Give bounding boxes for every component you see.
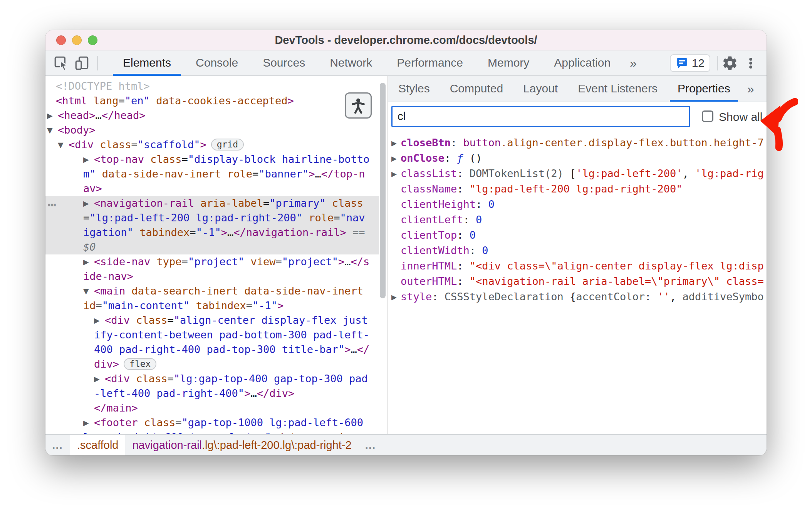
expand-arrow-icon[interactable]: ▶ bbox=[94, 313, 105, 328]
tab-computed[interactable]: Computed bbox=[440, 76, 513, 102]
token bbox=[130, 314, 136, 326]
settings-button[interactable] bbox=[721, 54, 739, 72]
tree-node[interactable]: ▼<div class="scaffold">grid bbox=[45, 137, 379, 152]
device-toolbar-button[interactable] bbox=[73, 54, 91, 72]
tree-node[interactable]: ▼<body> bbox=[45, 123, 379, 137]
breadcrumb-item-1[interactable]: navigation-rail.lg\:pad-left-200.lg\:pad… bbox=[125, 435, 358, 456]
token: clientWidth bbox=[401, 244, 470, 256]
tab-network[interactable]: Network bbox=[317, 50, 384, 76]
token: = bbox=[190, 226, 196, 238]
token: : bbox=[457, 275, 470, 287]
traffic-lights bbox=[56, 35, 97, 45]
property-row[interactable]: ▶onClose: ƒ () bbox=[388, 151, 767, 166]
tree-node[interactable]: ▶<head>…</head> bbox=[45, 108, 379, 123]
property-row[interactable]: clientWidth: 0 bbox=[388, 243, 767, 258]
minimize-window-button[interactable] bbox=[72, 35, 82, 45]
expand-arrow-icon[interactable]: ▶ bbox=[391, 289, 397, 305]
kebab-menu-icon bbox=[744, 56, 758, 70]
tree-node[interactable]: ▶<div class="lg:gap-top-400 gap-top-300 … bbox=[45, 371, 379, 401]
token bbox=[194, 197, 200, 209]
tab-sources[interactable]: Sources bbox=[250, 50, 317, 76]
token: "scaffold" bbox=[138, 139, 200, 151]
tab-layout[interactable]: Layout bbox=[513, 76, 568, 102]
breadcrumb-overflow-left[interactable]: … bbox=[45, 439, 70, 452]
customize-menu-button[interactable] bbox=[742, 54, 760, 72]
tree-node[interactable]: </main> bbox=[45, 401, 379, 415]
node-menu-ellipsis[interactable]: … bbox=[48, 194, 57, 209]
tab-memory[interactable]: Memory bbox=[475, 50, 542, 76]
grid-badge[interactable]: grid bbox=[211, 139, 244, 151]
more-sidebar-tabs-button[interactable]: » bbox=[740, 76, 761, 102]
token: "project" bbox=[282, 256, 338, 268]
expand-arrow-icon[interactable]: ▶ bbox=[94, 371, 105, 386]
token: … bbox=[227, 226, 233, 238]
tree-node[interactable]: <html lang="en" data-cookies-accepted> bbox=[45, 94, 379, 108]
tree-node[interactable]: ▶<top-nav class="display-block hairline-… bbox=[45, 152, 379, 196]
properties-filter-row: Show all bbox=[388, 102, 767, 132]
filter-input[interactable] bbox=[391, 106, 690, 127]
collapse-arrow-icon[interactable]: ▼ bbox=[47, 123, 58, 137]
token bbox=[96, 168, 102, 180]
expand-arrow-icon[interactable]: ▶ bbox=[391, 166, 397, 181]
token: : bbox=[457, 183, 470, 195]
token: > bbox=[288, 95, 294, 107]
issues-button[interactable]: 12 bbox=[670, 54, 710, 72]
property-row[interactable]: ▶closeBtn: button.align-center.display-f… bbox=[388, 135, 767, 151]
expand-arrow-icon[interactable]: ▶ bbox=[391, 136, 397, 151]
token bbox=[302, 212, 309, 224]
accessibility-overlay-button[interactable] bbox=[345, 92, 372, 119]
property-row[interactable]: className: "lg:pad-left-200 lg:pad-right… bbox=[388, 181, 767, 197]
token: > bbox=[221, 226, 227, 238]
devtools-body: <!DOCTYPE html><html lang="en" data-cook… bbox=[45, 76, 767, 434]
tab-styles[interactable]: Styles bbox=[388, 76, 440, 102]
tree-node[interactable]: ▼<main data-search-inert data-side-nav-i… bbox=[45, 284, 379, 313]
inspect-element-button[interactable] bbox=[52, 54, 70, 72]
property-row[interactable]: clientLeft: 0 bbox=[388, 212, 767, 228]
expand-arrow-icon[interactable]: ▶ bbox=[83, 196, 94, 211]
token bbox=[138, 417, 144, 428]
tab-application[interactable]: Application bbox=[542, 50, 623, 76]
more-panels-button[interactable]: » bbox=[623, 50, 644, 76]
titlebar: DevTools - developer.chrome.com/docs/dev… bbox=[45, 30, 767, 50]
expand-arrow-icon[interactable]: ▶ bbox=[47, 108, 58, 123]
devtools-window: DevTools - developer.chrome.com/docs/dev… bbox=[45, 30, 767, 455]
token bbox=[87, 95, 93, 107]
breadcrumb-item-0[interactable]: .scaffold bbox=[70, 435, 125, 456]
tab-properties[interactable]: Properties bbox=[668, 76, 740, 102]
sidebar-tabs: StylesComputedLayoutEvent ListenersPrope… bbox=[388, 76, 767, 102]
token: class bbox=[100, 139, 131, 151]
token: 0 bbox=[482, 244, 488, 256]
tree-node[interactable]: ▶<side-nav type="project" view="project"… bbox=[45, 254, 379, 284]
expand-arrow-icon[interactable]: ▶ bbox=[83, 152, 94, 167]
zoom-window-button[interactable] bbox=[88, 35, 97, 45]
tab-console[interactable]: Console bbox=[183, 50, 250, 76]
flex-badge[interactable]: flex bbox=[124, 358, 156, 370]
property-row[interactable]: ▶style: CSSStyleDeclaration {accentColor… bbox=[388, 289, 767, 305]
tree-node[interactable]: ▶<footer class="gap-top-1000 lg:pad-left… bbox=[45, 415, 379, 434]
expand-arrow-icon[interactable]: ▶ bbox=[391, 151, 397, 166]
expand-arrow-icon[interactable]: ▶ bbox=[83, 254, 94, 269]
property-row[interactable]: outerHTML: "<navigation-rail aria-label=… bbox=[388, 274, 767, 289]
breadcrumb-overflow-right[interactable]: … bbox=[359, 439, 383, 452]
close-window-button[interactable] bbox=[56, 35, 66, 45]
properties-list: ▶closeBtn: button.align-center.display-f… bbox=[388, 132, 767, 305]
property-row[interactable]: innerHTML: "<div class=\"align-center di… bbox=[388, 258, 767, 274]
property-row[interactable]: ▶classList: DOMTokenList(2) ['lg:pad-lef… bbox=[388, 166, 767, 181]
collapse-arrow-icon[interactable]: ▼ bbox=[83, 284, 94, 298]
tab-elements[interactable]: Elements bbox=[111, 50, 183, 76]
property-row[interactable]: clientTop: 0 bbox=[388, 228, 767, 243]
tree-scrollbar-thumb[interactable] bbox=[380, 83, 386, 298]
token: accentColor bbox=[576, 291, 645, 303]
show-all-checkbox[interactable] bbox=[702, 110, 713, 122]
expand-arrow-icon[interactable]: ▶ bbox=[83, 415, 94, 430]
token bbox=[144, 153, 150, 165]
tree-node-selected[interactable]: …▶<navigation-rail aria-label="primary" … bbox=[45, 196, 379, 254]
show-all-label[interactable]: Show all bbox=[719, 102, 762, 132]
tab-performance[interactable]: Performance bbox=[384, 50, 475, 76]
token: <body> bbox=[58, 124, 96, 136]
tree-node[interactable]: ▶<div class="align-center display-flex j… bbox=[45, 313, 379, 371]
property-row[interactable]: clientHeight: 0 bbox=[388, 197, 767, 212]
collapse-arrow-icon[interactable]: ▼ bbox=[58, 137, 69, 152]
tree-node[interactable]: <!DOCTYPE html> bbox=[45, 79, 379, 94]
tab-event-listeners[interactable]: Event Listeners bbox=[568, 76, 668, 102]
